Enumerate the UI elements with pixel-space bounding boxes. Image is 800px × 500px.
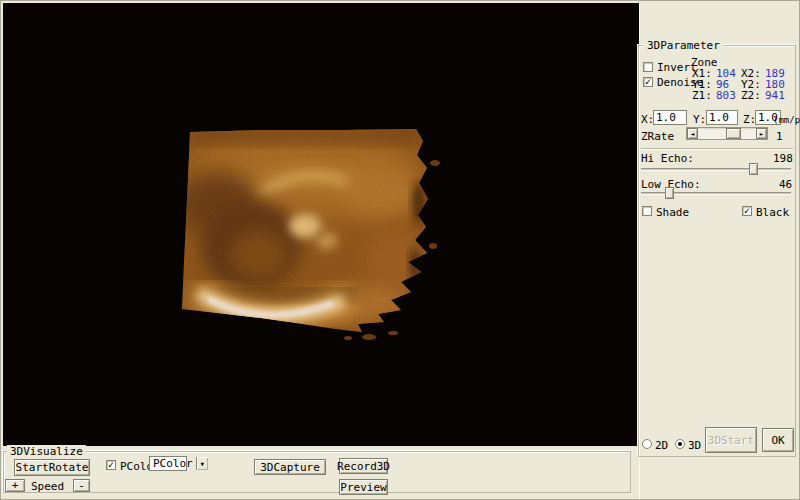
ok-button[interactable]: OK: [762, 428, 794, 452]
pcolor-checkbox[interactable]: ✓: [106, 460, 116, 470]
mode-3d-label: 3D: [688, 440, 701, 451]
radio-dot-icon: [678, 442, 682, 446]
parameter-groupbox-title: 3DParameter: [644, 39, 723, 52]
low-echo-value: 46: [779, 179, 792, 190]
speed-minus-button[interactable]: -: [73, 479, 90, 492]
checkmark-icon: ✓: [744, 207, 750, 215]
hi-echo-value: 198: [773, 153, 793, 164]
zrate-scroll-right-icon[interactable]: ►: [756, 128, 767, 139]
shade-label: Shade: [656, 207, 689, 218]
black-checkbox[interactable]: ✓: [742, 206, 752, 216]
parameter-panel: 3DParameter Invert ✓ Denoise Zone X1: 10…: [639, 3, 799, 499]
separator: [641, 148, 793, 150]
scale-unit-label: (mm/p): [773, 115, 800, 126]
record-button[interactable]: Record3D: [339, 458, 388, 474]
zrate-scrollbar-thumb[interactable]: [726, 128, 741, 139]
zone-z2-value: 941: [765, 90, 785, 101]
preview-button[interactable]: Preview: [339, 479, 388, 495]
mode-3d-radio[interactable]: [675, 439, 685, 449]
zrate-scrollbar[interactable]: ◄ ►: [686, 127, 768, 140]
mode-2d-label: 2D: [655, 440, 668, 451]
zrate-value: 1: [776, 131, 783, 142]
invert-checkbox[interactable]: [643, 62, 653, 72]
pcolor-dropdown-value: PColor: [150, 458, 196, 469]
dropdown-arrow-icon[interactable]: ▼: [196, 457, 208, 470]
black-label: Black: [756, 207, 789, 218]
speed-label: Speed: [31, 481, 64, 492]
scale-x-input[interactable]: [653, 110, 687, 125]
parameter-groupbox: 3DParameter Invert ✓ Denoise Zone X1: 10…: [638, 45, 796, 457]
render-viewport[interactable]: [3, 3, 639, 446]
checkmark-icon: ✓: [645, 78, 651, 86]
app-window: 3DParameter Invert ✓ Denoise Zone X1: 10…: [0, 0, 800, 500]
hi-echo-slider-thumb[interactable]: [749, 163, 758, 175]
zone-z1-label: Z1:: [692, 90, 712, 101]
zrate-scroll-left-icon[interactable]: ◄: [687, 128, 698, 139]
hi-echo-slider-track[interactable]: [641, 168, 791, 171]
zone-z2-label: Z2:: [741, 90, 761, 101]
visualize-groupbox-title: 3DVisualize: [7, 445, 86, 458]
denoise-checkbox[interactable]: ✓: [643, 77, 653, 87]
pcolor-dropdown[interactable]: PColor ▼: [149, 456, 187, 471]
hi-echo-label: Hi Echo:: [641, 153, 694, 164]
low-echo-slider-track[interactable]: [641, 192, 791, 195]
zone-z1-value: 803: [716, 90, 736, 101]
start3d-button[interactable]: 3DStart: [705, 427, 757, 453]
capture-button[interactable]: 3DCapture: [254, 459, 326, 475]
ultrasound-volume-image: [3, 3, 639, 446]
speed-plus-button[interactable]: +: [5, 479, 25, 492]
scale-y-input[interactable]: [706, 110, 738, 125]
shade-checkbox[interactable]: [642, 206, 652, 216]
mode-2d-radio[interactable]: [642, 439, 652, 449]
visualize-groupbox: 3DVisualize StartRotate + Speed - ✓ PCol…: [3, 451, 631, 493]
scale-y-label: Y:: [693, 114, 706, 125]
start-rotate-button[interactable]: StartRotate: [14, 459, 90, 476]
zrate-label: ZRate: [641, 131, 674, 142]
checkmark-icon: ✓: [108, 461, 114, 469]
low-echo-slider-thumb[interactable]: [665, 187, 674, 199]
